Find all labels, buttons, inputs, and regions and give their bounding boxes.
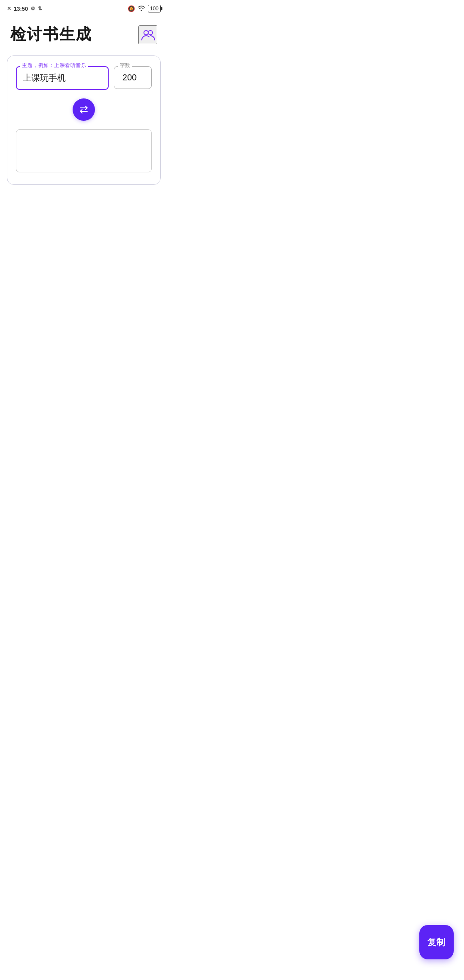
wifi-icon [137,5,145,12]
status-time: 13:50 [14,6,28,12]
notification-icon: ✕ [7,6,11,12]
svg-point-1 [148,31,153,35]
main-card: 主题，例如：上课看听音乐 字数 [7,55,161,185]
theme-field-label: 主题，例如：上课看听音乐 [20,62,88,69]
count-field-wrapper: 字数 [114,66,152,89]
page-title: 检讨书生成 [10,24,92,45]
generate-button[interactable] [73,98,95,121]
status-left: ✕ 13:50 ⚙ ⇅ [7,6,42,12]
status-right: 🔕 100 [128,5,161,12]
output-textarea[interactable] [16,129,152,172]
header: 检讨书生成 [0,15,168,52]
input-row: 主题，例如：上课看听音乐 字数 [16,66,152,90]
svg-point-0 [144,31,148,35]
theme-input[interactable] [16,66,109,90]
user-profile-button[interactable] [138,25,157,44]
count-field-label: 字数 [118,62,132,69]
swap-icon [78,104,90,116]
settings-icon: ⚙ [31,6,35,12]
usb-icon: ⇅ [38,6,42,12]
user-icon [140,27,156,43]
battery-icon: 100 [148,5,161,12]
status-bar: ✕ 13:50 ⚙ ⇅ 🔕 100 [0,0,168,15]
bell-icon: 🔕 [128,5,135,12]
generate-btn-wrapper [16,98,152,121]
word-count-input[interactable] [114,66,152,89]
battery-level: 100 [150,6,159,12]
theme-field-wrapper: 主题，例如：上课看听音乐 [16,66,109,90]
